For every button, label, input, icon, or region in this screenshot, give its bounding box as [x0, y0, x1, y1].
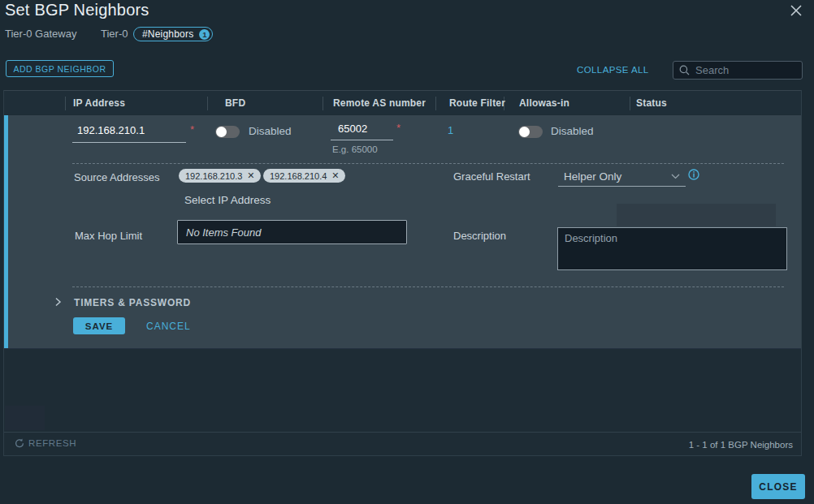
cancel-button[interactable]: CANCEL	[146, 321, 191, 332]
source-addresses-label: Source Addresses	[74, 171, 160, 183]
column-header-route-filter[interactable]: Route Filter	[449, 97, 505, 109]
neighbors-count-badge: 1	[199, 29, 210, 40]
close-icon[interactable]	[788, 2, 804, 19]
dropdown-shadow	[617, 204, 776, 226]
grid-header: IP Address BFD Remote AS number Route Fi…	[4, 90, 801, 114]
column-header-ip-address[interactable]: IP Address	[73, 97, 125, 109]
remote-as-input[interactable]	[331, 121, 393, 140]
description-textarea[interactable]	[557, 227, 787, 270]
collapse-all-link[interactable]: COLLAPSE ALL	[577, 65, 649, 75]
remote-as-hint: E.g. 65000	[332, 144, 378, 154]
tag-value: 192.168.210.3	[185, 171, 242, 181]
chevron-down-icon	[671, 174, 680, 179]
neighbors-count-pill[interactable]: #Neighbors 1	[133, 27, 213, 41]
tag-remove-icon[interactable]: ✕	[247, 171, 254, 180]
column-separator	[630, 97, 630, 110]
source-addresses-placeholder[interactable]: Select IP Address	[184, 194, 271, 206]
timers-password-section[interactable]: TIMERS & PASSWORD	[74, 297, 191, 308]
ip-address-dropdown[interactable]: No Items Found	[177, 220, 407, 244]
entity-type-label: Tier-0 Gateway	[5, 28, 76, 40]
column-separator	[207, 97, 208, 110]
allowas-in-state-label: Disabled	[551, 125, 594, 137]
column-header-remote-as[interactable]: Remote AS number	[333, 97, 426, 109]
form-divider	[72, 286, 784, 287]
search-box	[673, 61, 803, 80]
column-header-status[interactable]: Status	[636, 97, 667, 109]
refresh-icon	[15, 438, 24, 448]
chevron-right-icon[interactable]	[54, 297, 62, 307]
search-icon	[679, 65, 690, 75]
close-button[interactable]: CLOSE	[751, 474, 805, 499]
graceful-restart-value: Helper Only	[558, 170, 671, 183]
tag-value: 192.168.210.4	[270, 171, 327, 181]
neighbors-pill-label: #Neighbors	[142, 28, 193, 40]
pagination-range: 1 - 1 of 1 BGP Neighbors	[689, 440, 793, 450]
save-button[interactable]: SAVE	[73, 317, 125, 334]
no-items-found-message: No Items Found	[186, 226, 262, 239]
tag-remove-icon[interactable]: ✕	[331, 171, 339, 180]
refresh-label: REFRESH	[28, 438, 76, 448]
allowas-in-toggle[interactable]	[518, 126, 543, 138]
graceful-restart-label: Graceful Restart	[453, 170, 530, 183]
bgp-neighbors-grid: IP Address BFD Remote AS number Route Fi…	[3, 90, 802, 456]
column-header-bfd[interactable]: BFD	[225, 97, 245, 109]
grid-pagination: REFRESH 1 - 1 of 1 BGP Neighbors	[4, 432, 801, 457]
row-selection-bar	[4, 115, 8, 348]
column-header-allowas-in[interactable]: Allowas-in	[519, 97, 569, 109]
bfd-toggle[interactable]	[215, 126, 240, 138]
add-bgp-neighbor-button[interactable]: ADD BGP NEIGHBOR	[6, 60, 114, 77]
set-bgp-neighbors-dialog: Set BGP Neighbors Tier-0 Gateway Tier-0 …	[0, 0, 814, 504]
column-separator	[323, 97, 323, 110]
graceful-restart-select[interactable]: Helper Only	[558, 166, 686, 187]
entity-name-label: Tier-0	[101, 28, 128, 40]
info-icon[interactable]	[688, 169, 699, 180]
hover-patch	[5, 406, 45, 430]
bgp-neighbor-edit-row: * Disabled * E.g. 65000 1 Disabled Sourc…	[4, 115, 801, 349]
bfd-state-label: Disabled	[249, 125, 292, 137]
refresh-button[interactable]: REFRESH	[15, 438, 76, 448]
source-address-tag[interactable]: 192.168.210.3 ✕	[179, 169, 261, 183]
ip-address-input[interactable]	[72, 123, 186, 143]
description-label: Description	[453, 230, 506, 242]
route-filter-link[interactable]: 1	[448, 124, 453, 136]
page-title: Set BGP Neighbors	[5, 1, 149, 19]
search-input[interactable]	[690, 64, 802, 76]
column-separator	[65, 97, 66, 110]
column-separator	[435, 97, 436, 110]
source-address-tag[interactable]: 192.168.210.4 ✕	[263, 169, 345, 183]
form-divider	[72, 163, 784, 164]
allowas-in-toggle-knob	[519, 127, 530, 137]
bfd-toggle-knob	[216, 127, 227, 137]
ip-address-required-marker: *	[190, 123, 194, 136]
max-hop-limit-label: Max Hop Limit	[75, 230, 142, 242]
remote-as-required-marker: *	[396, 122, 401, 134]
